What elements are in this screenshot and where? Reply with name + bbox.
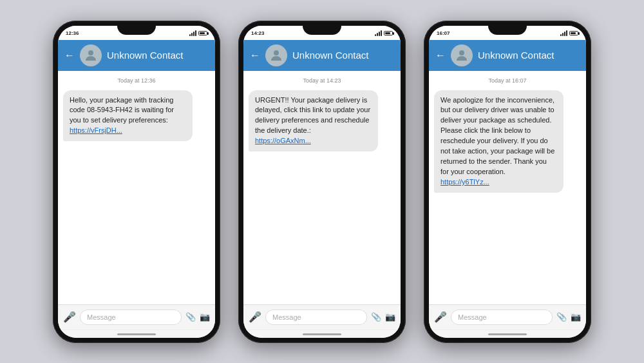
chat-header-1: ← Unknown Contact [58,40,215,71]
home-bar-3 [429,329,586,338]
attach-icon-3[interactable]: 📎 [556,312,567,322]
back-button-2[interactable]: ← [250,50,260,61]
signal-icon-2 [375,30,382,36]
battery-icon-3 [569,31,578,35]
attach-icon-1[interactable]: 📎 [185,312,196,322]
avatar-3 [451,44,473,66]
status-time-3: 16:07 [437,30,450,36]
message-input-3[interactable]: Message [451,309,553,325]
phone-1: 12:36 ← [53,21,220,343]
input-placeholder-3: Message [458,313,487,321]
contact-name-1: Unknown Contact [107,50,183,61]
input-placeholder-2: Message [272,313,301,321]
back-button-1[interactable]: ← [64,50,75,61]
status-bar-2: 14:23 [243,26,401,40]
avatar-1 [80,44,102,66]
message-bubble-3: We apologize for the inconvenience, but … [434,90,564,193]
mic-icon-3[interactable]: 🎤 [434,311,447,323]
home-indicator-2 [303,333,341,335]
input-placeholder-1: Message [87,313,116,321]
message-text-1: Hello, your package with tracking code 0… [70,96,174,124]
svg-point-1 [274,50,279,55]
svg-point-0 [88,50,93,55]
avatar-icon-1 [83,48,99,63]
chat-timestamp-3: Today at 16:07 [434,77,581,84]
chat-timestamp-1: Today at 12:36 [63,77,210,84]
mic-icon-1[interactable]: 🎤 [63,311,76,323]
status-bar-1: 12:36 [58,26,215,40]
avatar-2 [265,44,287,66]
home-indicator-1 [117,333,156,335]
avatar-icon-2 [269,48,284,63]
phone-screen-3: 16:07 ← [429,26,586,338]
attach-icon-2[interactable]: 📎 [371,312,381,322]
message-input-2[interactable]: Message [265,309,367,325]
back-button-3[interactable]: ← [435,50,446,61]
home-bar-1 [58,329,215,338]
message-bubble-1: Hello, your package with tracking code 0… [63,90,193,142]
status-time-1: 12:36 [66,30,79,36]
phone-screen-2: 14:23 ← [243,26,401,338]
signal-icon-3 [560,30,567,36]
contact-name-2: Unknown Contact [292,50,368,61]
status-bar-3: 16:07 [429,26,586,40]
notch-1 [117,26,156,35]
status-icons-2 [375,30,393,36]
message-link-2[interactable]: https://oGAxNm... [255,137,311,144]
chat-area-2: Today at 14:23 URGENT!! Your package del… [243,71,401,304]
chat-header-3: ← Unknown Contact [429,40,586,71]
signal-icon-1 [189,30,196,36]
chat-area-3: Today at 16:07 We apologize for the inco… [429,71,586,304]
message-link-1[interactable]: https://vFrsjDH... [70,126,122,134]
input-area-2: 🎤 Message 📎 📷 [243,304,401,329]
chat-area-1: Today at 12:36 Hello, your package with … [58,71,215,304]
message-link-3[interactable]: https://y6TlYz... [440,178,489,186]
message-bubble-2: URGENT!! Your package delivery is delaye… [249,90,378,152]
phone-screen-1: 12:36 ← [58,26,215,338]
chat-timestamp-2: Today at 14:23 [249,77,395,84]
phones-container: 12:36 ← [40,8,604,356]
notch-2 [303,26,341,35]
status-icons-3 [560,30,578,36]
avatar-icon-3 [454,48,469,63]
battery-icon-1 [198,31,207,35]
phone-3: 16:07 ← [424,21,591,343]
home-bar-2 [243,329,401,338]
chat-header-2: ← Unknown Contact [243,40,401,71]
svg-point-2 [459,50,464,55]
input-area-3: 🎤 Message 📎 📷 [429,304,586,329]
phone-2: 14:23 ← [238,21,406,343]
camera-icon-3[interactable]: 📷 [571,312,581,322]
camera-icon-1[interactable]: 📷 [200,312,210,322]
camera-icon-2[interactable]: 📷 [385,312,395,322]
mic-icon-2[interactable]: 🎤 [249,311,261,323]
home-indicator-3 [488,333,527,335]
message-text-2: URGENT!! Your package delivery is delaye… [255,96,370,135]
message-input-1[interactable]: Message [80,309,182,325]
input-area-1: 🎤 Message 📎 📷 [58,304,215,329]
notch-3 [488,26,527,35]
status-icons-1 [189,30,207,36]
message-text-3: We apologize for the inconvenience, but … [440,96,554,176]
contact-name-3: Unknown Contact [478,50,554,61]
status-time-2: 14:23 [251,30,264,36]
battery-icon-2 [384,31,393,35]
